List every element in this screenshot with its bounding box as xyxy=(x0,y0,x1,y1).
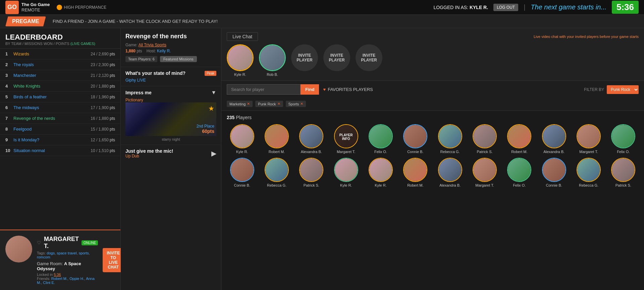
list-item: 10 Situation normal 10 / 1,510 pts xyxy=(0,145,120,156)
live-chat-section: Live Chat Live video chat with your invi… xyxy=(221,28,644,81)
player-card[interactable]: Alexandra B. xyxy=(296,124,327,154)
find-button[interactable]: Find xyxy=(301,84,319,95)
impress-section: Impress me ▼ Pictionary ★ 2nd Place 60pt… xyxy=(121,86,221,145)
player-card[interactable]: Robert M. xyxy=(261,124,292,154)
profile-name: MARGARET T. xyxy=(44,236,79,250)
profile-avatar xyxy=(5,236,32,262)
game-name-link[interactable]: All Trivia Sports xyxy=(139,43,166,47)
player-card[interactable]: Patrick S. xyxy=(469,124,500,154)
invite-player-slot-1[interactable]: INVITEPLAYER xyxy=(291,44,318,77)
game-title: Revenge of the nerds xyxy=(125,33,216,40)
player-info-overlay[interactable]: PLAYERINFO 👆 xyxy=(334,125,358,148)
team-link[interactable]: The midways xyxy=(13,105,39,110)
giphy-label: Giphy LIVE xyxy=(125,78,216,83)
chat-avatars: Kyle R. Rob B. INVITEPLAYER xyxy=(227,44,639,77)
player-card-margaret[interactable]: PLAYERINFO 👆 Margaret T. xyxy=(331,124,361,154)
team-link[interactable]: Situation normal xyxy=(13,148,45,153)
player-card[interactable]: Alexandra B. xyxy=(435,158,465,187)
list-item: 7 Revenge of the nerds 16 / 1,880 pts xyxy=(0,113,120,124)
team-link[interactable]: Birds of a feather xyxy=(13,94,47,99)
logo: GO The Go Game REMOTE xyxy=(5,1,50,14)
chat-avatar-kyle: Kyle R. xyxy=(227,44,254,77)
peak-tag: Peak xyxy=(205,71,216,76)
profile-locked: Locked in 5:36 xyxy=(37,273,98,277)
logout-button[interactable]: LOG OUT xyxy=(493,4,518,11)
cursor-hand-icon: 👆 xyxy=(352,144,358,148)
star-icon: ★ xyxy=(208,104,214,112)
player-card[interactable]: Felix O. xyxy=(504,158,535,187)
player-card[interactable]: Margaret T. xyxy=(573,124,604,154)
player-card[interactable]: Felix O. xyxy=(365,124,396,154)
leaderboard-list: 1 Wizards 24 / 2,690 pts 2 The royals 23… xyxy=(0,49,120,230)
app-header: GO The Go Game REMOTE HIGH PERFORMANCE L… xyxy=(0,0,644,15)
header-right: LOGGED IN AS: KYLE R. LOG OUT | The next… xyxy=(434,1,639,14)
team-link[interactable]: Manchester xyxy=(13,73,36,78)
chevron-down-icon: ▼ xyxy=(211,90,216,96)
pregame-bar: PREGAME FIND A FRIEND - JOIN A GAME - WA… xyxy=(0,15,644,28)
team-link[interactable]: Wizards xyxy=(13,51,29,56)
player-card[interactable]: Kyle R. xyxy=(331,158,361,187)
player-card[interactable]: Rebecca G. xyxy=(435,124,465,154)
mic-title: Just give me the mic! xyxy=(125,148,173,154)
game-card: Revenge of the nerds Game: All Trivia Sp… xyxy=(121,28,221,67)
heart-icon: ♡ xyxy=(37,240,41,245)
profile-card: ♡ MARGARET T. ONLINE Tags: dogs, space t… xyxy=(0,230,120,290)
player-card[interactable]: Kyle R. xyxy=(227,124,257,154)
player-card[interactable]: Alexandra B. xyxy=(539,124,569,154)
list-item: 5 Birds of a feather 18 / 1,960 pts xyxy=(0,92,120,102)
next-game-text: The next game starts in... xyxy=(531,3,606,11)
profile-info: ♡ MARGARET T. ONLINE Tags: dogs, space t… xyxy=(37,236,98,285)
profile-tags: Tags: dogs, space travel, sports, romcom xyxy=(37,251,98,259)
mission-place: 2nd Place 60pts xyxy=(197,124,214,134)
filter-section: FILTER BY Punk Rock Marketing Sports xyxy=(584,85,639,94)
team-link[interactable]: Is it Monday? xyxy=(13,137,39,142)
player-card[interactable]: Patrick S. xyxy=(296,158,327,187)
player-card[interactable]: Margaret T. xyxy=(469,158,500,187)
player-card[interactable]: Felix O. xyxy=(608,124,639,154)
remove-filter-sports[interactable]: ✕ xyxy=(300,102,303,106)
profile-avatar-img xyxy=(5,236,32,262)
player-card[interactable]: Rebecca G. xyxy=(573,158,604,187)
search-input[interactable] xyxy=(227,84,301,95)
search-box: Find xyxy=(227,84,319,95)
high-perf-label: HIGH PERFORMANCE xyxy=(64,5,107,10)
player-card[interactable]: Rebecca G. xyxy=(261,158,292,187)
active-filter-tags: Marketing ✕ Punk Rock ✕ Sports ✕ xyxy=(227,101,639,107)
state-title: What's your state of mind? xyxy=(125,70,185,76)
heart-icon: ♥ xyxy=(323,87,326,92)
list-item: 1 Wizards 24 / 2,690 pts xyxy=(0,49,120,59)
mission-caption: starry night xyxy=(125,137,216,141)
filter-select[interactable]: Punk Rock Marketing Sports xyxy=(607,85,639,94)
pregame-description: FIND A FRIEND - JOIN A GAME - WATCH THE … xyxy=(53,19,218,24)
remove-filter-punk-rock[interactable]: ✕ xyxy=(277,102,280,106)
featured-missions-button[interactable]: Featured Missions xyxy=(160,56,197,62)
leaderboard-sub: BY TEAM / MISSIONS WON / POINTS (LIVE GA… xyxy=(5,42,115,46)
play-button[interactable]: ▶ xyxy=(211,149,216,157)
team-link[interactable]: The royals xyxy=(13,62,34,67)
player-card[interactable]: Robert M. xyxy=(504,124,535,154)
team-link[interactable]: Revenge of the nerds xyxy=(13,116,55,121)
players-grid: Kyle R. Robert M. Alexandra B. PLAYERINF… xyxy=(227,124,639,187)
team-link[interactable]: Feelgood xyxy=(13,127,32,132)
filter-tag-marketing: Marketing ✕ xyxy=(227,101,253,107)
player-card[interactable]: Patrick S. xyxy=(608,158,639,187)
search-filter-section: Find ♥ FAVORITES PLAYERS FILTER BY Punk … xyxy=(221,81,644,111)
chat-avatar-rob: Rob B. xyxy=(259,44,286,77)
impress-title: Impress me xyxy=(125,90,152,95)
player-card[interactable]: Kyle R. xyxy=(365,158,396,187)
player-card[interactable]: Connie B. xyxy=(400,124,431,154)
team-players-badge: Team Players: 6 xyxy=(125,56,157,62)
player-card[interactable]: Robert M. xyxy=(400,158,431,187)
invite-player-slot-2[interactable]: INVITEPLAYER xyxy=(323,44,350,77)
player-card[interactable]: Connie B. xyxy=(539,158,569,187)
remove-filter-marketing[interactable]: ✕ xyxy=(247,102,250,106)
filter-tag-punk-rock: Punk Rock ✕ xyxy=(255,101,283,107)
players-header: 235 Players xyxy=(227,115,639,120)
logo-icon: GO xyxy=(5,1,19,14)
pregame-badge: PREGAME xyxy=(5,16,46,27)
game-meta: Game: All Trivia Sports xyxy=(125,43,216,47)
player-card[interactable]: Connie B. xyxy=(227,158,257,187)
favorites-button[interactable]: ♥ FAVORITES PLAYERS xyxy=(323,87,373,92)
team-link[interactable]: White Knights xyxy=(13,84,40,89)
invite-player-slot-3[interactable]: INVITEPLAYER xyxy=(356,44,382,77)
